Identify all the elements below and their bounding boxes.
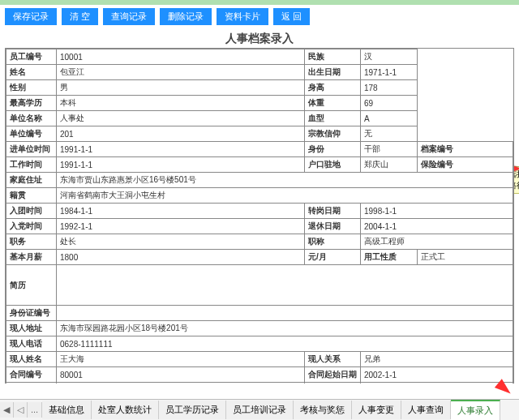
- tab-edu-record[interactable]: 员工学历记录: [159, 401, 226, 419]
- lbl-caddr: 现人地址: [6, 321, 57, 336]
- lbl-unit: 元/月: [305, 250, 361, 265]
- lbl-salary: 基本月薪: [6, 250, 57, 265]
- nav-more-icon[interactable]: ...: [28, 402, 42, 418]
- val-crel[interactable]: 兄弟: [361, 352, 513, 367]
- val-zhuan[interactable]: 1998-1-1: [361, 204, 513, 219]
- val-cstart[interactable]: 2002-1-1: [361, 367, 513, 383]
- tab-change[interactable]: 人事变更: [352, 401, 401, 419]
- query-button[interactable]: 查询记录: [103, 8, 155, 25]
- lbl-insno: 保险编号: [418, 157, 513, 173]
- lbl-blood: 血型: [305, 111, 361, 126]
- val-tuan[interactable]: 1984-1-1: [57, 204, 305, 219]
- val-weight[interactable]: 69: [361, 96, 418, 111]
- val-labor[interactable]: 正式工: [418, 250, 513, 265]
- form-table: 员工编号10001民族汉 姓名包亚江出生日期1971-1-1 性别男身高178 …: [5, 48, 514, 384]
- val-work[interactable]: 1991-1-1: [57, 157, 305, 173]
- lbl-zhuan: 转岗日期: [305, 204, 361, 219]
- sheet-tabs: ◀ ◁ ... 基础信息 处室人数统计 员工学历记录 员工培训记录 考核与奖惩 …: [0, 399, 519, 420]
- lbl-crel: 现人关系: [305, 352, 361, 367]
- val-hukou[interactable]: 郑庆山: [361, 157, 418, 173]
- val-salary[interactable]: 1800: [57, 250, 305, 265]
- lbl-retire: 退休日期: [305, 219, 361, 234]
- lbl-dept: 单位名称: [6, 111, 57, 126]
- lbl-work: 工作时间: [6, 157, 57, 173]
- lbl-deptno: 单位编号: [6, 126, 57, 142]
- lbl-tuan: 入团时间: [6, 204, 57, 219]
- val-deptno[interactable]: 201: [57, 126, 305, 142]
- tab-query[interactable]: 人事查询: [401, 401, 451, 419]
- val-full[interactable]: 在职: [57, 383, 305, 384]
- toolbar: 保存记录 清 空 查询记录 删除记录 资料卡片 返 回: [0, 5, 519, 28]
- lbl-fileno: 档案编号: [418, 142, 513, 157]
- lbl-contract: 合同编号: [6, 367, 57, 383]
- val-ethnic[interactable]: 汉: [361, 49, 418, 65]
- page-title: 人事档案录入: [0, 28, 519, 48]
- lbl-ctel: 现人电话: [6, 336, 57, 352]
- val-ctel[interactable]: 0628-1111111: [57, 336, 513, 352]
- val-addr[interactable]: 东海市贾山东路惠景小区16号楼501号: [57, 173, 513, 188]
- val-cname[interactable]: 王大海: [57, 352, 305, 367]
- nav-prev-icon[interactable]: ◁: [14, 402, 28, 418]
- lbl-religion: 宗教信仰: [305, 126, 361, 142]
- lbl-resume: 简历: [6, 265, 57, 306]
- lbl-height: 身高: [305, 80, 361, 96]
- lbl-joindept: 进单位时间: [6, 142, 57, 157]
- lbl-cname: 现人姓名: [6, 352, 57, 367]
- val-dept[interactable]: 人事处: [57, 111, 305, 126]
- clear-button[interactable]: 清 空: [62, 8, 98, 25]
- val-religion[interactable]: 无: [361, 126, 418, 142]
- lbl-cstart: 合同起始日期: [305, 367, 361, 383]
- lbl-birth: 出生日期: [305, 65, 361, 80]
- lbl-name: 姓名: [6, 65, 57, 80]
- val-cend[interactable]: 2007-1-1: [361, 383, 513, 384]
- tab-entry[interactable]: 人事录入: [451, 400, 500, 420]
- val-idno[interactable]: [57, 306, 513, 321]
- lbl-full: 是否高碟: [6, 383, 57, 384]
- val-status[interactable]: 干部: [361, 142, 418, 157]
- tab-train-record[interactable]: 员工培训记录: [226, 401, 294, 419]
- lbl-edu: 最高学历: [6, 96, 57, 111]
- save-button[interactable]: 保存记录: [5, 8, 57, 25]
- tab-dept-stats[interactable]: 处室人数统计: [92, 401, 159, 419]
- val-resume[interactable]: [57, 265, 513, 306]
- val-blood[interactable]: A: [361, 111, 418, 126]
- lbl-dang: 入党时间: [6, 219, 57, 234]
- tab-basic[interactable]: 基础信息: [42, 401, 92, 419]
- lbl-hukou: 户口驻地: [305, 157, 361, 173]
- val-sex[interactable]: 男: [57, 80, 305, 96]
- back-button[interactable]: 返 回: [273, 8, 310, 25]
- lbl-tech: 职称: [305, 234, 361, 250]
- lbl-empno: 员工编号: [6, 49, 57, 65]
- lbl-native: 籍贯: [6, 188, 57, 204]
- val-height[interactable]: 178: [361, 80, 418, 96]
- val-post[interactable]: 处长: [57, 234, 305, 250]
- val-retire[interactable]: 2004-1-1: [361, 219, 513, 234]
- lbl-post: 职务: [6, 234, 57, 250]
- val-edu[interactable]: 本科: [57, 96, 305, 111]
- val-native[interactable]: 河南省鹤南市大王洞小屯生村: [57, 188, 513, 204]
- val-empno[interactable]: 10001: [57, 49, 305, 65]
- lbl-weight: 体重: [305, 96, 361, 111]
- val-birth[interactable]: 1971-1-1: [361, 65, 418, 80]
- lbl-labor: 用工性质: [361, 250, 418, 265]
- lbl-idno: 身份证编号: [6, 306, 57, 321]
- nav-first-icon[interactable]: ◀: [0, 402, 14, 418]
- val-tech[interactable]: 高级工程师: [361, 234, 513, 250]
- lbl-status: 身份: [305, 142, 361, 157]
- val-joindept[interactable]: 1991-1-1: [57, 142, 305, 157]
- val-contract[interactable]: 80001: [57, 367, 305, 383]
- delete-button[interactable]: 删除记录: [160, 8, 212, 25]
- card-button[interactable]: 资料卡片: [217, 8, 268, 25]
- lbl-ethnic: 民族: [305, 49, 361, 65]
- val-caddr[interactable]: 东海市琛园路花园小区18号楼201号: [57, 321, 513, 336]
- lbl-sex: 性别: [6, 80, 57, 96]
- lbl-addr: 家庭住址: [6, 173, 57, 188]
- val-name[interactable]: 包亚江: [57, 65, 305, 80]
- tab-assess[interactable]: 考核与奖惩: [294, 401, 352, 419]
- lbl-cend: 合同终止日期: [305, 383, 361, 384]
- val-dang[interactable]: 1992-1-1: [57, 219, 305, 234]
